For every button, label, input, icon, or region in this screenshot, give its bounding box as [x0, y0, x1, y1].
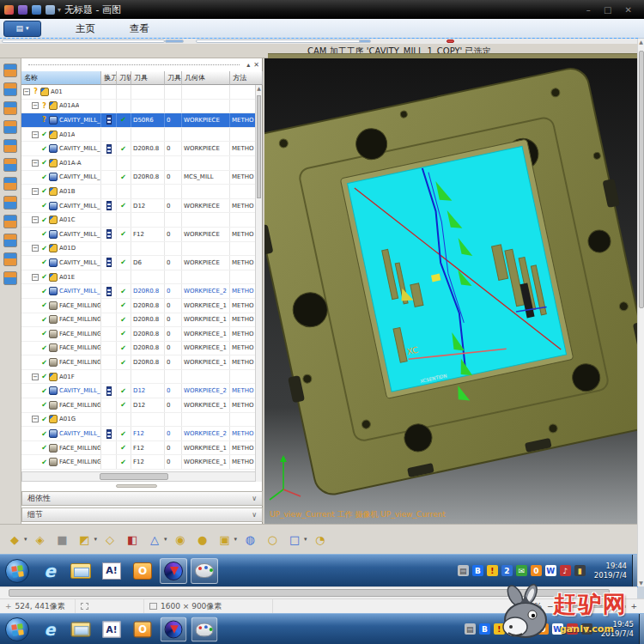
zoom-slider-thumb[interactable] [589, 603, 592, 611]
tree-vscroll-thumb[interactable] [257, 95, 261, 198]
column-header-0[interactable]: 名称 [21, 71, 101, 85]
network-tray-icon[interactable]: ▮ [574, 565, 586, 576]
tab-view[interactable]: 查看 [130, 22, 149, 35]
tree-expander-icon[interactable]: − [32, 216, 39, 223]
bluetooth-icon[interactable]: B [472, 565, 483, 576]
history-icon[interactable] [3, 234, 17, 247]
taskbar-clock[interactable]: 19:452019/7/4 [601, 620, 634, 638]
mirror-icon[interactable]: ◧ [124, 531, 141, 548]
outlook-icon[interactable]: O [129, 558, 156, 584]
reuse-library-icon[interactable] [3, 177, 17, 191]
tree-hscroll-thumb[interactable] [100, 473, 168, 480]
drill-icon[interactable]: ● [194, 531, 211, 548]
tree-expander-icon[interactable]: − [32, 374, 39, 380]
shield-icon[interactable]: ◍ [241, 531, 258, 548]
dropdown-arrow-icon[interactable]: ▾ [304, 536, 307, 543]
volume-tray-icon[interactable]: ♪ [567, 623, 578, 635]
tree-row[interactable]: ✔FACE_MILLING_C...✔D20R0.80WORKPIECE_1ME… [21, 355, 256, 370]
tree-row[interactable]: −✔A01D [21, 242, 256, 257]
dropdown-arrow-icon[interactable]: ▾ [164, 536, 167, 543]
link-icon[interactable]: ○ [264, 531, 281, 548]
tree-row[interactable]: ?CAVITY_MILL_1_C...✔D50R60WORKPIECEMETHO [21, 113, 256, 128]
pc-manager-icon[interactable]: 2 [501, 565, 513, 576]
tree-row[interactable]: ✔FACE_MILLING_C...✔D20R0.80WORKPIECE_1ME… [21, 327, 256, 342]
chevron-down-icon[interactable]: ∨ [252, 495, 257, 502]
tree-row[interactable]: ✔FACE_MILLING_C...✔F120WORKPIECE_1METHO [21, 441, 256, 456]
tree-row[interactable]: −?A01 [21, 85, 256, 100]
wps-tray-icon[interactable]: W [545, 565, 556, 576]
internet-explorer-icon[interactable] [3, 215, 17, 228]
security-tray-icon[interactable]: ! [494, 623, 505, 635]
roles-icon[interactable] [3, 64, 17, 77]
pc-manager-icon[interactable]: 2 [508, 623, 519, 635]
tree-row[interactable]: ✔FACE_MILLING_C...✔D20R0.80WORKPIECE_1ME… [21, 313, 256, 328]
snap-point-icon[interactable]: ◈ [32, 531, 49, 548]
dropdown-arrow-icon[interactable]: ▾ [24, 536, 27, 543]
tree-row[interactable]: −✔A01C [21, 213, 256, 228]
scroll-down-icon[interactable]: ▼ [638, 580, 644, 586]
show-desktop-button[interactable] [639, 614, 644, 644]
zoom-out-icon[interactable]: − [547, 602, 554, 611]
scroll-up-icon[interactable]: ▲ [638, 39, 644, 45]
windows-explorer-icon[interactable] [68, 617, 94, 641]
nx-app-icon[interactable] [161, 617, 186, 641]
internet-explorer-icon[interactable]: e [36, 558, 64, 584]
close-panel-icon[interactable]: ✕ [253, 61, 259, 69]
machine-tool-navigator-icon[interactable] [3, 158, 17, 172]
tree-row[interactable]: ✔FACE_MILLING_C...✔D20R0.80WORKPIECE_1ME… [21, 299, 256, 313]
verify-icon[interactable]: ▣ [216, 531, 234, 548]
column-header-4[interactable]: 刀具号 [165, 71, 182, 85]
tab-home[interactable]: 主页 [76, 22, 95, 35]
tree-expander-icon[interactable]: − [23, 88, 30, 95]
transform-icon[interactable]: ◇ [101, 531, 118, 548]
tree-row[interactable]: ✔FACE_MILLING_C...✔D20R0.80WORKPIECE_1ME… [21, 342, 256, 356]
graphics-app-icon[interactable]: A! [99, 617, 125, 641]
hscroll-thumb[interactable] [9, 589, 610, 597]
save-icon[interactable] [18, 5, 27, 15]
wps-tray-icon[interactable]: W [552, 623, 563, 635]
tree-expander-icon[interactable]: − [32, 160, 39, 167]
window-controls[interactable]: – □ ✕ [586, 5, 637, 15]
tree-row[interactable]: ✔CAVITY_MILL_1_C...✔D20R0.80WORKPIECE_2M… [21, 284, 256, 299]
tree-expander-icon[interactable]: − [32, 416, 39, 422]
input-method-icon[interactable]: 0 [538, 623, 549, 635]
internet-explorer-icon[interactable]: e [37, 617, 63, 641]
tree-row[interactable]: −✔A01A-A [21, 156, 256, 171]
selection-filter-icon[interactable]: ◆ [6, 531, 23, 548]
qat-dropdown-icon[interactable]: ▾ [58, 6, 61, 14]
windows-explorer-icon[interactable] [67, 558, 94, 584]
process-studio-icon[interactable] [3, 252, 17, 266]
mouse-icon[interactable]: ◔ [312, 531, 329, 548]
tree-row[interactable]: ✔FACE_MILLING_C...✔F120WORKPIECE_1METHO [21, 455, 256, 470]
tree-expander-icon[interactable]: − [32, 131, 39, 138]
paint-app-icon[interactable] [4, 5, 14, 15]
tree-row[interactable]: −✔A01F [21, 370, 256, 385]
paint-menu-button[interactable]: ▤▾ [3, 21, 41, 37]
redo-icon[interactable] [46, 5, 55, 15]
tree-row[interactable]: −✔A01E [21, 270, 256, 285]
tree-row[interactable]: ✔CAVITY_MILL_1_C...✔D20R0.80MCS_MILLMETH… [21, 171, 256, 185]
tree-expander-icon[interactable]: − [32, 274, 39, 281]
pasted-screenshot[interactable]: CAM 加工工序 'CAVITY_MILL_1_COPY' 已选定 ▴ ✕ 名称… [0, 39, 637, 586]
paint-app-icon[interactable] [191, 558, 218, 584]
panel-details[interactable]: 细节 ∨ [21, 507, 263, 522]
paint-horizontal-scrollbar[interactable] [0, 586, 637, 598]
printer-tray-icon[interactable]: ▤ [458, 565, 469, 576]
chevron-down-icon[interactable]: ∨ [252, 511, 257, 519]
bluetooth-icon[interactable]: B [479, 623, 490, 635]
start-orb[interactable] [5, 559, 29, 583]
column-header-6[interactable]: 方法 [230, 71, 263, 85]
security-tray-icon[interactable]: ! [487, 565, 498, 576]
tree-row[interactable]: ✔CAVITY_MILL_1_C...✔D120WORKPIECE_2METHO [21, 384, 256, 398]
tree-row[interactable]: ✔CAVITY_MILL_1_C...✔D20R0.80WORKPIECEMET… [21, 142, 256, 156]
mail-tray-icon[interactable]: ✉ [523, 623, 534, 635]
column-header-5[interactable]: 几何体 [182, 71, 230, 85]
measure-icon[interactable]: △ [146, 531, 163, 548]
panel-dependencies[interactable]: 相依性 ∨ [21, 491, 263, 506]
tree-vertical-scrollbar[interactable]: ▲ [255, 85, 262, 482]
tree-row[interactable]: −✔A01G [21, 413, 256, 428]
tree-row[interactable]: ✔CAVITY_MILL_1_C...✔D60WORKPIECEMETHO [21, 256, 256, 270]
tree-row[interactable]: ✔CAVITY_MILL_1_C...✔F120WORKPIECEMETHO [21, 228, 256, 242]
tree-row[interactable]: ✔CAVITY_MILL_1_C...✔F120WORKPIECE_2METHO [21, 427, 256, 441]
tree-row[interactable]: −?A01AA [21, 100, 256, 114]
